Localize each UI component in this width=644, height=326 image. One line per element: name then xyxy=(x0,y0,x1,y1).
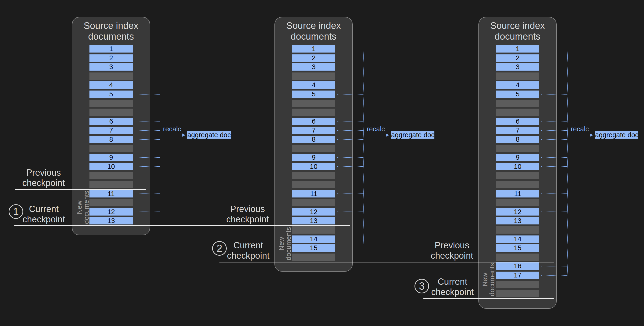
new-documents-label: Newdocuments xyxy=(278,227,292,260)
doc-connector-line xyxy=(337,139,364,140)
empty-doc-slot xyxy=(496,100,539,107)
doc-bar: 9 xyxy=(90,154,133,161)
empty-doc-slot xyxy=(496,72,539,80)
doc-connector-line xyxy=(337,121,364,121)
doc-bar: 2 xyxy=(496,54,539,62)
panel-title-line2: documents xyxy=(290,31,336,42)
doc-bar: 12 xyxy=(90,208,133,216)
previous-checkpoint-line1: Previous xyxy=(435,240,469,250)
doc-connector-line xyxy=(541,121,568,121)
checkpoint-line-3 xyxy=(220,262,554,262)
recalc-label: recalc xyxy=(163,125,181,133)
doc-bar: 16 xyxy=(496,262,539,270)
doc-bar: 10 xyxy=(292,163,335,170)
doc-connector-line xyxy=(541,194,568,194)
empty-doc-slot xyxy=(496,226,539,234)
doc-connector-line xyxy=(135,67,160,67)
step-3-badge: 3 xyxy=(414,279,429,293)
doc-connector-line xyxy=(337,157,364,158)
doc-connector-line xyxy=(541,221,568,221)
doc-connector-line xyxy=(135,157,160,158)
doc-connector-line xyxy=(337,194,364,194)
recalc-arrow xyxy=(568,135,590,135)
doc-connector-line xyxy=(135,221,160,221)
empty-doc-slot xyxy=(292,109,335,116)
step-1-badge: 1 xyxy=(9,204,23,219)
new-documents-line1: New xyxy=(278,237,285,250)
doc-connector-line xyxy=(541,67,568,67)
doc-connector-line xyxy=(135,212,160,212)
doc-connector-line xyxy=(541,157,568,158)
empty-doc-slot xyxy=(496,290,539,297)
empty-doc-slot xyxy=(496,281,539,288)
current-checkpoint-line2: checkpoint xyxy=(22,214,65,224)
empty-doc-slot xyxy=(496,199,539,206)
current-checkpoint-line1: Current xyxy=(438,277,468,287)
aggregate-doc-box: aggregate doc xyxy=(187,131,231,139)
doc-bar: 7 xyxy=(90,127,133,134)
doc-bar: 4 xyxy=(496,81,539,89)
step-number: 1 xyxy=(13,206,19,217)
doc-connector-line xyxy=(337,248,364,248)
doc-connector-line xyxy=(541,275,568,276)
empty-doc-slot xyxy=(292,172,335,179)
empty-doc-slot xyxy=(90,181,133,188)
doc-connector-line xyxy=(541,266,568,266)
doc-bar: 11 xyxy=(496,190,539,198)
doc-bar: 3 xyxy=(90,63,133,71)
checkpoint-line-2 xyxy=(14,225,350,226)
current-checkpoint-line1: Current xyxy=(234,240,263,250)
doc-connector-line xyxy=(135,94,160,94)
checkpoint-line-4 xyxy=(424,298,554,299)
doc-connector-line xyxy=(337,166,364,167)
new-documents-line2: documents xyxy=(83,191,90,224)
doc-bar: 7 xyxy=(496,127,539,134)
doc-bar: 2 xyxy=(90,54,133,62)
step-number: 2 xyxy=(216,243,222,254)
empty-doc-slot xyxy=(496,109,539,116)
doc-bar: 6 xyxy=(90,118,133,125)
empty-doc-slot xyxy=(90,109,133,116)
doc-bar: 1 xyxy=(496,45,539,53)
recalc-label: recalc xyxy=(367,125,385,133)
recalc-arrow xyxy=(364,135,386,135)
doc-bar: 12 xyxy=(496,208,539,216)
empty-doc-slot xyxy=(292,100,335,107)
panel-title-line2: documents xyxy=(88,31,134,42)
new-documents-line1: New xyxy=(76,201,83,214)
doc-bar: 17 xyxy=(496,272,539,279)
empty-doc-slot xyxy=(292,254,335,261)
new-documents-label: Newdocuments xyxy=(76,191,90,224)
doc-bar: 14 xyxy=(496,235,539,243)
doc-bar: 11 xyxy=(292,190,335,198)
step-2-badge: 2 xyxy=(212,241,227,256)
doc-bar: 13 xyxy=(90,217,133,224)
doc-connector-line xyxy=(541,130,568,131)
doc-bar: 3 xyxy=(292,63,335,71)
step-number: 3 xyxy=(419,280,424,292)
doc-bar: 8 xyxy=(292,136,335,143)
previous-checkpoint-line1: Previous xyxy=(26,168,61,178)
current-checkpoint-line2: checkpoint xyxy=(227,251,270,261)
empty-doc-slot xyxy=(292,199,335,206)
doc-connector-line xyxy=(541,239,568,239)
doc-connector-line xyxy=(135,194,160,194)
doc-connector-line xyxy=(337,85,364,85)
previous-checkpoint-line1: Previous xyxy=(230,204,265,214)
doc-bar: 14 xyxy=(292,235,335,243)
doc-connector-line xyxy=(337,67,364,67)
new-documents-label: Newdocuments xyxy=(482,263,496,296)
current-checkpoint-label-2: Current checkpoint xyxy=(227,240,270,261)
doc-bar: 13 xyxy=(292,217,335,224)
doc-connector-line xyxy=(135,139,160,140)
doc-connector-line xyxy=(541,58,568,58)
doc-bar: 15 xyxy=(292,244,335,252)
doc-connector-line xyxy=(337,239,364,239)
doc-connector-line xyxy=(135,49,160,49)
doc-connector-line xyxy=(541,248,568,248)
doc-bar: 4 xyxy=(292,81,335,89)
doc-connector-line xyxy=(541,94,568,94)
doc-connector-line xyxy=(135,121,160,121)
recalc-label: recalc xyxy=(571,125,589,133)
empty-doc-slot xyxy=(292,72,335,80)
